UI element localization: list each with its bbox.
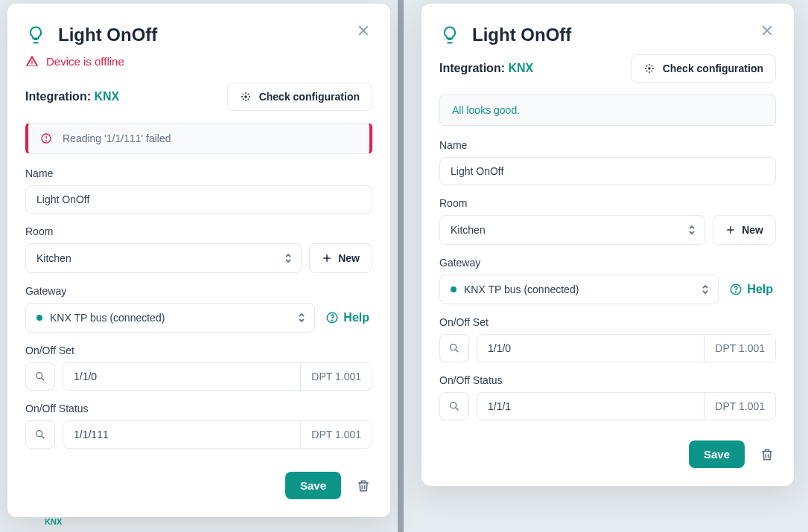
gateway-select-value: KNX TP bus (connected) — [464, 283, 579, 295]
integration-label-text: Integration: — [25, 90, 91, 103]
close-icon — [760, 24, 774, 37]
offline-warning: Device is offline — [25, 54, 372, 68]
modal-title: Light OnOff — [58, 25, 157, 45]
footer-actions: Save — [285, 472, 372, 499]
new-room-button[interactable]: New — [309, 243, 372, 273]
help-link[interactable]: Help — [322, 303, 372, 333]
svg-point-5 — [46, 141, 47, 141]
onoff-status-input[interactable] — [477, 393, 704, 420]
save-button[interactable]: Save — [689, 440, 745, 468]
name-input[interactable] — [25, 185, 372, 214]
check-config-label: Check configuration — [663, 63, 763, 74]
plus-icon — [322, 253, 332, 263]
status-dot-icon — [451, 286, 457, 292]
status-dot-icon — [36, 315, 42, 321]
device-config-modal-right: Light OnOff Integration: KNX Check confi… — [422, 4, 794, 486]
save-button[interactable]: Save — [285, 472, 341, 499]
dpt-badge: DPT 1.001 — [704, 393, 775, 420]
footer-actions: Save — [689, 440, 776, 468]
onoff-set-input[interactable] — [63, 363, 300, 390]
room-select[interactable]: Kitchen — [25, 243, 302, 273]
close-icon — [357, 24, 370, 37]
onoff-status-group: On/Off Status DPT 1.001 — [439, 374, 776, 420]
delete-button[interactable] — [354, 477, 372, 495]
delete-button[interactable] — [758, 446, 776, 464]
split-divider — [398, 0, 404, 532]
lightbulb-icon — [439, 25, 460, 45]
name-label: Name — [439, 139, 776, 151]
gateway-select[interactable]: KNX TP bus (connected) — [25, 303, 315, 333]
help-link[interactable]: Help — [726, 275, 776, 304]
gateway-select-value: KNX TP bus (connected) — [50, 312, 165, 324]
check-configuration-button[interactable]: Check configuration — [227, 83, 372, 111]
dpt-badge: DPT 1.001 — [300, 363, 372, 390]
offline-warning-text: Device is offline — [46, 55, 124, 68]
integration-label: Integration: KNX — [25, 90, 119, 103]
close-button[interactable] — [353, 20, 374, 41]
search-address-button[interactable] — [25, 362, 55, 391]
svg-point-21 — [451, 344, 457, 350]
sparkle-cursor-icon — [643, 63, 655, 74]
svg-line-11 — [42, 378, 45, 381]
sparkle-cursor-icon — [240, 91, 252, 103]
help-circle-icon — [729, 283, 742, 296]
search-address-button[interactable] — [439, 392, 469, 420]
name-input[interactable] — [439, 157, 776, 185]
device-config-modal-left: Light OnOff Device is offline Integratio… — [7, 4, 390, 517]
trash-icon — [356, 478, 371, 493]
check-config-label: Check configuration — [259, 91, 360, 103]
room-select-value: Kitchen — [36, 252, 71, 264]
svg-point-9 — [332, 320, 333, 321]
integration-row: Integration: KNX Check configuration — [25, 83, 372, 111]
error-icon — [40, 132, 52, 144]
background-knx-tag: KNX — [45, 517, 62, 526]
integration-label-text: Integration: — [439, 62, 505, 74]
new-button-label: New — [338, 252, 360, 264]
dpt-badge: DPT 1.001 — [704, 335, 775, 362]
name-field-group: Name — [25, 167, 372, 214]
room-field-group: Room Kitchen New — [25, 225, 372, 273]
onoff-set-input[interactable] — [477, 335, 704, 362]
svg-point-12 — [36, 431, 42, 437]
svg-point-23 — [451, 403, 457, 408]
svg-point-20 — [736, 292, 737, 292]
search-icon — [34, 371, 46, 382]
search-address-button[interactable] — [25, 420, 55, 449]
trash-icon — [760, 447, 774, 462]
dpt-badge: DPT 1.001 — [300, 421, 372, 448]
onoff-status-label: On/Off Status — [25, 403, 372, 414]
name-label: Name — [25, 167, 372, 179]
gateway-select[interactable]: KNX TP bus (connected) — [439, 275, 719, 304]
svg-point-10 — [36, 373, 42, 379]
integration-value[interactable]: KNX — [508, 62, 533, 74]
integration-value[interactable]: KNX — [94, 90, 119, 103]
close-button[interactable] — [757, 20, 777, 41]
search-icon — [448, 342, 460, 354]
search-icon — [34, 429, 46, 440]
room-label: Room — [25, 225, 372, 237]
integration-label: Integration: KNX — [439, 62, 533, 75]
gateway-label: Gateway — [439, 257, 776, 269]
room-label: Room — [439, 197, 776, 209]
onoff-status-label: On/Off Status — [439, 374, 776, 386]
help-circle-icon — [325, 311, 339, 324]
search-icon — [448, 400, 460, 412]
onoff-status-group: On/Off Status DPT 1.001 — [25, 403, 372, 449]
warning-icon — [25, 54, 39, 68]
integration-row: Integration: KNX Check configuration — [439, 54, 776, 83]
success-banner-text: All looks good. — [452, 104, 520, 116]
help-label: Help — [343, 311, 369, 324]
search-address-button[interactable] — [439, 334, 469, 362]
onoff-status-input[interactable] — [63, 421, 300, 448]
error-banner-text: Reading '1/1/111' failed — [63, 132, 171, 144]
onoff-set-group: On/Off Set DPT 1.001 — [439, 316, 776, 362]
modal-header: Light OnOff — [439, 25, 776, 45]
room-select[interactable]: Kitchen — [439, 215, 705, 245]
room-field-group: Room Kitchen New — [439, 197, 776, 245]
check-configuration-button[interactable]: Check configuration — [631, 54, 776, 83]
gateway-label: Gateway — [25, 285, 372, 297]
svg-point-2 — [245, 96, 246, 97]
svg-point-16 — [649, 68, 650, 69]
modal-header: Light OnOff — [25, 25, 372, 45]
new-room-button[interactable]: New — [713, 215, 776, 245]
